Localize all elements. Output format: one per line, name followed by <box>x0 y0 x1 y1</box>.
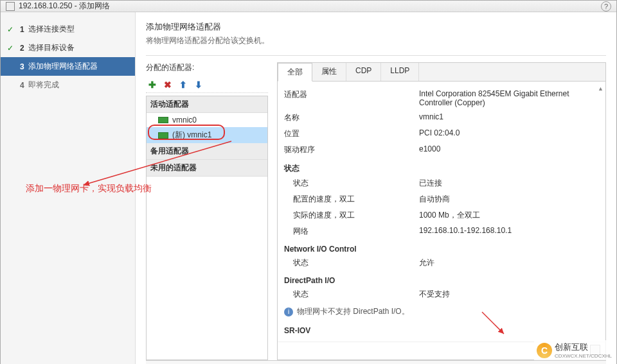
nic-icon <box>158 117 168 123</box>
step-label: 选择连接类型 <box>28 24 75 35</box>
step-number: 2 <box>20 44 24 53</box>
page-heading: 添加物理网络适配器 <box>146 21 606 33</box>
adapter-toolbar: ✚ ✖ ⬆ ⬇ <box>146 77 268 93</box>
window-title: 192.168.10.250 - 添加网络 <box>19 1 601 12</box>
section-status: 状态 <box>284 158 599 175</box>
step-label: 选择目标设备 <box>28 42 75 53</box>
scrollbar[interactable]: ▲ <box>598 85 604 338</box>
check-icon: ✓ <box>7 25 16 34</box>
group-active: 活动适配器 <box>147 96 267 113</box>
titlebar: 192.168.10.250 - 添加网络 ? <box>1 1 616 12</box>
main-content: 添加物理网络适配器 将物理网络适配器分配给该交换机。 分配的适配器: ✚ ✖ ⬆… <box>136 12 616 364</box>
dpio-note: i 物理网卡不支持 DirectPath I/O。 <box>284 302 599 321</box>
section-dpio: DirectPath I/O <box>284 271 599 286</box>
check-icon: ✓ <box>7 44 16 53</box>
wizard-step-3[interactable]: 3 添加物理网络适配器 <box>1 57 135 76</box>
check-icon <box>7 62 16 71</box>
adapter-item-vmnic1[interactable]: (新) vmnic1 <box>147 127 267 143</box>
step-number: 4 <box>20 81 24 90</box>
main-header: 添加物理网络适配器 将物理网络适配器分配给该交换机。 <box>146 21 606 55</box>
tab-lldp[interactable]: LLDP <box>381 63 419 81</box>
row-status: 状态已连接 <box>284 175 599 191</box>
delete-icon[interactable]: ✖ <box>163 80 173 90</box>
adapter-item-vmnic0[interactable]: vmnic0 <box>147 113 267 127</box>
step-label: 即将完成 <box>28 80 59 91</box>
tab-properties[interactable]: 属性 <box>312 63 346 81</box>
move-down-icon[interactable]: ⬇ <box>193 80 204 90</box>
row-location: 位置PCI 02:04.0 <box>284 126 599 142</box>
adapter-details-pane: 全部 属性 CDP LLDP ▲ 适配器Intel Corporation 82… <box>277 62 606 360</box>
page-description: 将物理网络适配器分配给该交换机。 <box>146 35 606 46</box>
row-dpio-status: 状态不受支持 <box>284 286 599 302</box>
detail-tabs: 全部 属性 CDP LLDP <box>278 63 605 82</box>
annotation-text: 添加一物理网卡，实现负载均衡 <box>26 183 152 195</box>
section-sriov: SR-IOV <box>284 321 599 336</box>
tab-all[interactable]: 全部 <box>278 63 312 82</box>
step-number: 3 <box>20 62 24 71</box>
step-label: 添加物理网络适配器 <box>28 61 98 72</box>
watermark-logo: C <box>537 343 552 358</box>
row-actual-speed: 实际的速度，双工1000 Mb，全双工 <box>284 207 599 223</box>
move-up-icon[interactable]: ⬆ <box>178 80 188 90</box>
dialog-window: 192.168.10.250 - 添加网络 ? ✓ 1 选择连接类型 ✓ 2 选… <box>0 0 617 364</box>
watermark-brand: 创新互联 <box>555 342 588 352</box>
adapter-list: 活动适配器 vmnic0 (新) vmnic1 备用适配器 未用的适配器 <box>146 96 268 360</box>
adapter-label: vmnic0 <box>172 116 197 125</box>
group-standby: 备用适配器 <box>147 143 267 160</box>
assigned-adapters-pane: 分配的适配器: ✚ ✖ ⬆ ⬇ 活动适配器 vmnic0 <box>146 62 268 360</box>
adapter-label: (新) vmnic1 <box>172 130 211 141</box>
watermark: C 创新互联 CDXWCX.NET/CDCXHL <box>534 340 614 360</box>
content-row: 分配的适配器: ✚ ✖ ⬆ ⬇ 活动适配器 vmnic0 <box>146 62 606 360</box>
step-number: 1 <box>20 25 24 34</box>
help-icon[interactable]: ? <box>601 1 611 12</box>
dialog-footer: 上一步 下一步 <box>146 360 606 364</box>
row-network: 网络192.168.10.1-192.168.10.1 <box>284 223 599 239</box>
row-name: 名称vmnic1 <box>284 110 599 126</box>
row-configured-speed: 配置的速度，双工自动协商 <box>284 191 599 207</box>
assigned-label: 分配的适配器: <box>146 62 268 73</box>
info-icon: i <box>284 308 293 316</box>
section-nioc: Network I/O Control <box>284 239 599 255</box>
watermark-sub: CDXWCX.NET/CDCXHL <box>555 353 612 359</box>
add-icon[interactable]: ✚ <box>147 80 157 90</box>
check-icon <box>7 81 16 90</box>
row-nioc-status: 状态允许 <box>284 255 599 271</box>
tab-cdp[interactable]: CDP <box>346 63 381 81</box>
nic-icon <box>158 132 168 139</box>
row-driver: 驱动程序e1000 <box>284 142 599 158</box>
host-icon <box>6 2 15 11</box>
row-adapter: 适配器Intel Corporation 82545EM Gigabit Eth… <box>284 87 599 110</box>
scroll-up-icon[interactable]: ▲ <box>598 85 604 92</box>
group-unused: 未用的适配器 <box>147 160 267 177</box>
wizard-step-4[interactable]: 4 即将完成 <box>1 76 135 94</box>
divider <box>146 55 606 56</box>
wizard-step-2[interactable]: ✓ 2 选择目标设备 <box>1 39 135 57</box>
detail-body[interactable]: ▲ 适配器Intel Corporation 82545EM Gigabit E… <box>278 82 605 342</box>
wizard-step-1[interactable]: ✓ 1 选择连接类型 <box>1 20 135 39</box>
